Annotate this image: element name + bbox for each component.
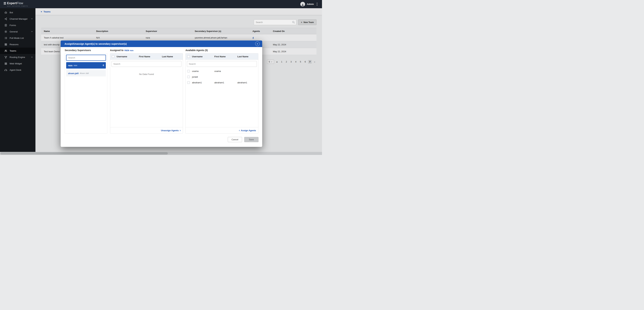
assigned-agents-panel: Username First Name Last Name No Data Fo…: [110, 53, 183, 134]
no-data-text: No Data Found: [110, 73, 183, 76]
available-agents-list: usama usama junaid abraham1 abraham1 abr…: [186, 68, 258, 127]
modal-actions: Cancel Save: [228, 137, 258, 142]
agent-username: usama: [192, 70, 214, 72]
assigned-heading: Assigned torazaraza: [110, 49, 133, 52]
supervisor-fullname: Ahsen Jalil: [80, 72, 89, 74]
assigned-agents-list: No Data Found: [110, 68, 183, 127]
supervisor-username: raza: [68, 64, 72, 67]
cancel-button[interactable]: Cancel: [228, 137, 242, 142]
column-header-last-name: Last Name: [162, 55, 183, 58]
agent-row-junaid[interactable]: junaid: [186, 74, 258, 80]
chevron-right-icon: ›: [180, 129, 180, 132]
available-agents-panel: Username First Name Last Name usama usam…: [186, 53, 258, 134]
agent-first-name: abraham1: [214, 81, 237, 84]
select-all-checkbox[interactable]: [112, 55, 114, 58]
available-table-header: Username First Name Last Name: [186, 54, 258, 60]
supervisor-fullname: raza: [74, 64, 77, 66]
column-header-first-name: First Name: [139, 55, 162, 58]
assigned-search-input[interactable]: [112, 61, 182, 67]
agent-last-name: abraham1: [237, 81, 258, 84]
modal-header: Assign/Unassign Agent(s) to secondary su…: [61, 40, 262, 47]
modal-title: Assign/Unassign Agent(s) to secondary su…: [64, 42, 127, 45]
app-window: ExpertFlow your callcenter experts Admin…: [0, 0, 322, 155]
assign-agents-button[interactable]: ‹Assign Agents: [239, 129, 256, 132]
save-button[interactable]: Save: [244, 137, 258, 142]
column-header-username: Username: [192, 55, 214, 58]
unassign-agents-button[interactable]: Unassign Agents›: [161, 129, 180, 132]
column-header-first-name: First Name: [214, 55, 237, 58]
available-search-input[interactable]: [187, 61, 257, 67]
supervisor-username: ahsen.jalil: [68, 72, 78, 74]
supervisor-item-ahsen-jalil[interactable]: ahsen.jalil Ahsen Jalil: [66, 70, 106, 76]
agent-first-name: usama: [214, 70, 237, 72]
agent-checkbox[interactable]: [187, 81, 190, 84]
agent-row-usama[interactable]: usama usama: [186, 68, 258, 74]
agent-username: abraham1: [192, 81, 214, 84]
column-header-last-name: Last Name: [237, 55, 258, 58]
assign-agents-modal: Assign/Unassign Agent(s) to secondary su…: [61, 40, 262, 147]
assigned-footer: Unassign Agents›: [110, 127, 183, 134]
supervisors-panel: raza raza 0 ahsen.jalil Ahsen Jalil: [65, 53, 107, 134]
supervisor-search-input[interactable]: [66, 55, 106, 61]
agent-checkbox[interactable]: [187, 70, 190, 72]
agent-checkbox[interactable]: [187, 76, 190, 78]
close-icon[interactable]: ×: [255, 42, 260, 46]
supervisor-item-raza[interactable]: raza raza 0: [66, 62, 106, 68]
select-all-checkbox[interactable]: [187, 55, 190, 58]
available-heading: Available Agents (3): [186, 49, 208, 52]
assigned-table-header: Username First Name Last Name: [110, 54, 183, 60]
chevron-left-icon: ‹: [239, 129, 240, 132]
agent-username: junaid: [192, 76, 214, 78]
column-header-username: Username: [116, 55, 139, 58]
assigned-count-badge: 0: [103, 64, 104, 66]
agent-row-abraham1[interactable]: abraham1 abraham1 abraham1: [186, 80, 258, 85]
supervisors-heading: Secondary Supervisors: [65, 49, 91, 52]
available-footer: ‹Assign Agents: [186, 127, 258, 134]
